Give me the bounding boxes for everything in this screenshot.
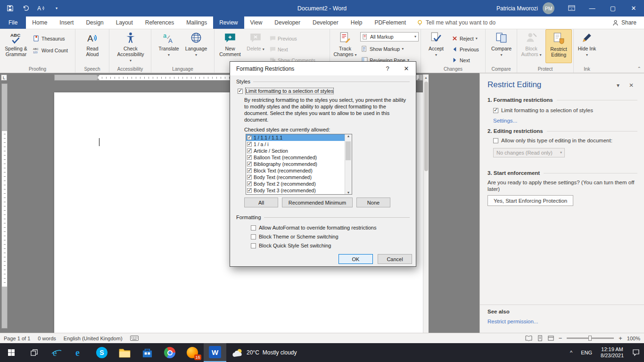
display-for-review-combobox[interactable]: All Markup▾ (360, 32, 419, 41)
tab-insert[interactable]: Insert (53, 16, 80, 29)
block-theme-checkbox[interactable]: Block Theme or Scheme switching (251, 234, 339, 239)
new-comment-button[interactable]: New Comment (217, 29, 243, 63)
editing-type-dropdown[interactable]: No changes (Read only)▾ (493, 148, 565, 157)
word-icon[interactable]: W (204, 343, 226, 362)
tab-stop-selector[interactable]: L (1, 74, 7, 81)
scroll-down-icon[interactable]: ▼ (347, 191, 350, 194)
read-mode-icon[interactable] (525, 335, 532, 341)
previous-comment-button[interactable]: Previous (268, 33, 298, 43)
checkbox-unchecked-icon[interactable] (493, 138, 498, 143)
share-button[interactable]: Share (605, 16, 644, 29)
zoom-slider-thumb[interactable] (588, 336, 592, 341)
checkbox-checked-icon[interactable] (247, 135, 252, 140)
formatting-restrictions-dialog[interactable]: Formatting Restrictions ? ✕ Styles Limit… (230, 61, 416, 267)
style-list-item[interactable]: Block Text (recommended) (246, 167, 352, 174)
task-view-button[interactable] (23, 343, 45, 362)
maximize-button[interactable]: ▢ (603, 0, 623, 16)
skype-icon[interactable]: S (91, 343, 113, 362)
pane-close-icon[interactable]: ✕ (629, 82, 634, 89)
translate-button[interactable]: aA Translate▾ (156, 29, 182, 63)
avatar[interactable]: PM (543, 2, 554, 14)
styles-listbox[interactable]: 1 / 1.1 / 1.1.1 1 / a / i Article / Sect… (246, 134, 352, 195)
limit-formatting-checkbox[interactable]: Limit formatting to a selection of style… (493, 107, 637, 113)
zoom-out-button[interactable]: − (559, 335, 562, 342)
read-aloud-button[interactable]: A Read Aloud (80, 29, 105, 63)
style-list-item[interactable]: Article / Section (246, 148, 352, 154)
start-enforcing-button[interactable]: Yes, Start Enforcing Protection (487, 195, 573, 206)
checkbox-checked-icon[interactable] (247, 181, 252, 186)
tab-developer-1[interactable]: Developer (268, 16, 306, 29)
style-list-item[interactable]: 1 / 1.1 / 1.1.1 (246, 134, 352, 141)
right-indent-marker[interactable] (417, 76, 421, 81)
checkbox-checked-icon[interactable] (247, 155, 252, 160)
page-indicator[interactable]: Page 1 of 1 (4, 336, 30, 341)
web-layout-icon[interactable] (548, 335, 554, 341)
close-button[interactable]: ✕ (623, 0, 644, 16)
word-count-button[interactable]: ABC123 Word Count (31, 45, 69, 55)
save-icon[interactable] (6, 4, 14, 13)
style-list-item[interactable]: Balloon Text (recommended) (246, 154, 352, 161)
show-hidden-icons-button[interactable]: ^ (566, 343, 577, 362)
tab-layout[interactable]: Layout (110, 16, 139, 29)
ok-button[interactable]: OK (339, 254, 373, 264)
cancel-button[interactable]: Cancel (378, 254, 412, 264)
style-list-item[interactable]: Body Text 3 (recommended) (246, 187, 352, 194)
recommended-minimum-button[interactable]: Recommended Minimum (282, 197, 353, 207)
file-explorer-icon[interactable] (113, 343, 136, 362)
language-button[interactable]: Language▾ (183, 29, 209, 63)
tab-references[interactable]: References (139, 16, 180, 29)
tab-developer-2[interactable]: Developer (306, 16, 345, 29)
autoformat-checkbox[interactable]: Allow AutoFormat to override formatting … (251, 225, 376, 230)
dialog-close-icon[interactable]: ✕ (397, 62, 416, 75)
hanging-indent-marker[interactable] (96, 76, 100, 81)
start-button[interactable] (0, 343, 23, 362)
read-aloud-icon[interactable]: A (37, 4, 45, 13)
show-markup-button[interactable]: Show Markup▾ (360, 44, 405, 54)
checkbox-checked-icon[interactable] (247, 175, 252, 180)
checkbox-unchecked-icon[interactable] (251, 225, 256, 230)
tab-mailings[interactable]: Mailings (180, 16, 213, 29)
accept-button[interactable]: Accept▾ (424, 29, 448, 63)
none-button[interactable]: None (356, 197, 390, 207)
listbox-scrollbar-thumb[interactable] (346, 141, 351, 160)
checkbox-checked-icon[interactable] (247, 142, 252, 147)
zoom-in-button[interactable]: + (619, 335, 622, 342)
checkbox-checked-icon[interactable] (493, 108, 498, 113)
tab-pdfelement[interactable]: PDFelement (368, 16, 412, 29)
weather-widget[interactable]: 20°C Mostly cloudy (226, 343, 303, 362)
help-icon[interactable]: ? (378, 62, 397, 75)
tab-design[interactable]: Design (80, 16, 109, 29)
style-list-item[interactable]: 1 / a / i (246, 141, 352, 148)
tab-review[interactable]: Review (213, 16, 244, 29)
check-accessibility-button[interactable]: Check Accessibility ▾ (116, 29, 146, 63)
previous-change-button[interactable]: Previous (450, 44, 480, 54)
tab-help[interactable]: Help (345, 16, 369, 29)
checkbox-checked-icon[interactable] (247, 162, 252, 166)
style-list-item[interactable]: Bibliography (recommended) (246, 161, 352, 167)
next-change-button[interactable]: Next (450, 55, 471, 65)
language-indicator[interactable]: ENG (577, 343, 596, 362)
tab-file[interactable]: File (0, 16, 26, 29)
language-indicator[interactable]: English (United Kingdom) (64, 336, 123, 341)
clock[interactable]: 12:19 AM 8/23/2021 (596, 343, 628, 362)
undo-icon[interactable] (21, 4, 30, 13)
minimize-button[interactable]: — (582, 0, 603, 16)
word-count-indicator[interactable]: 0 words (38, 336, 56, 341)
next-comment-button[interactable]: Next (268, 44, 289, 54)
qat-customize-icon[interactable]: ▾ (52, 4, 61, 13)
block-authors-button[interactable]: Block Authors ▾ (519, 29, 544, 63)
style-list-item[interactable]: Body Text 2 (recommended) (246, 181, 352, 187)
checkbox-unchecked-icon[interactable] (251, 234, 256, 239)
editing-type-checkbox[interactable]: Allow only this type of editing in the d… (493, 138, 637, 143)
checkbox-checked-icon[interactable] (238, 89, 243, 94)
settings-link[interactable]: Settings... (493, 118, 517, 123)
tab-home[interactable]: Home (26, 16, 53, 29)
print-layout-icon[interactable] (537, 335, 543, 341)
block-quick-style-checkbox[interactable]: Block Quick Style Set switching (251, 243, 331, 248)
restrict-permission-link[interactable]: Restrict permission... (487, 319, 538, 324)
style-list-item[interactable]: Body Text (recommended) (246, 174, 352, 181)
delete-comment-button[interactable]: Delete ▾ (245, 29, 266, 63)
tell-me-box[interactable]: Tell me what you want to do (412, 16, 500, 29)
compare-button[interactable]: Compare▾ (488, 29, 514, 63)
document-scrollbar[interactable]: ▲ (423, 74, 429, 333)
